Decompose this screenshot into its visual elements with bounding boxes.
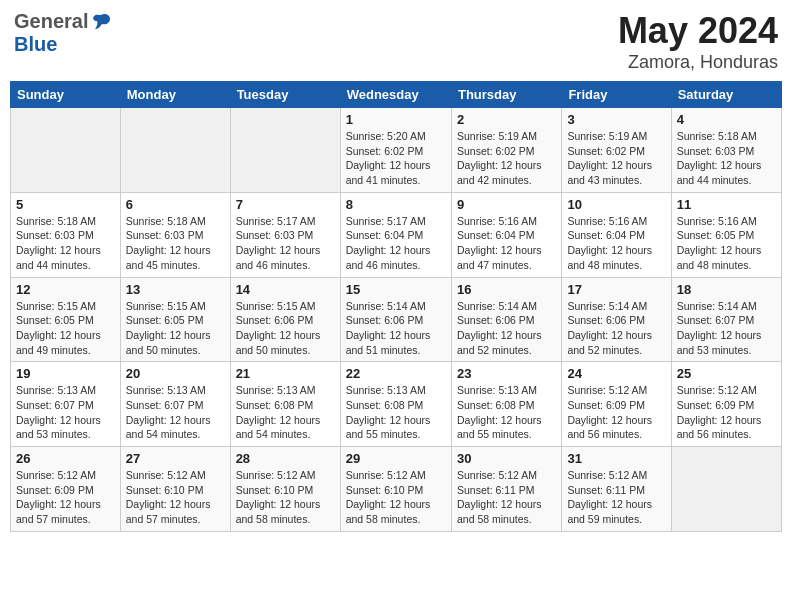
day-info: Sunrise: 5:13 AMSunset: 6:08 PMDaylight:… (457, 383, 556, 442)
day-info: Sunrise: 5:13 AMSunset: 6:07 PMDaylight:… (16, 383, 115, 442)
day-number: 5 (16, 197, 115, 212)
day-number: 22 (346, 366, 446, 381)
day-info: Sunrise: 5:19 AMSunset: 6:02 PMDaylight:… (567, 129, 665, 188)
calendar-cell: 10Sunrise: 5:16 AMSunset: 6:04 PMDayligh… (562, 192, 671, 277)
calendar-cell: 9Sunrise: 5:16 AMSunset: 6:04 PMDaylight… (451, 192, 561, 277)
logo-blue-text: Blue (14, 33, 57, 56)
day-info: Sunrise: 5:16 AMSunset: 6:04 PMDaylight:… (457, 214, 556, 273)
day-number: 13 (126, 282, 225, 297)
calendar-cell: 21Sunrise: 5:13 AMSunset: 6:08 PMDayligh… (230, 362, 340, 447)
day-number: 7 (236, 197, 335, 212)
calendar-cell: 23Sunrise: 5:13 AMSunset: 6:08 PMDayligh… (451, 362, 561, 447)
day-info: Sunrise: 5:16 AMSunset: 6:05 PMDaylight:… (677, 214, 776, 273)
calendar-cell (120, 108, 230, 193)
day-info: Sunrise: 5:12 AMSunset: 6:11 PMDaylight:… (567, 468, 665, 527)
day-info: Sunrise: 5:17 AMSunset: 6:04 PMDaylight:… (346, 214, 446, 273)
day-info: Sunrise: 5:14 AMSunset: 6:07 PMDaylight:… (677, 299, 776, 358)
location-title: Zamora, Honduras (618, 52, 778, 73)
day-number: 24 (567, 366, 665, 381)
day-info: Sunrise: 5:13 AMSunset: 6:08 PMDaylight:… (346, 383, 446, 442)
day-number: 4 (677, 112, 776, 127)
day-info: Sunrise: 5:16 AMSunset: 6:04 PMDaylight:… (567, 214, 665, 273)
title-area: May 2024 Zamora, Honduras (618, 10, 778, 73)
calendar-cell: 6Sunrise: 5:18 AMSunset: 6:03 PMDaylight… (120, 192, 230, 277)
day-info: Sunrise: 5:18 AMSunset: 6:03 PMDaylight:… (126, 214, 225, 273)
day-info: Sunrise: 5:13 AMSunset: 6:08 PMDaylight:… (236, 383, 335, 442)
calendar-cell: 11Sunrise: 5:16 AMSunset: 6:05 PMDayligh… (671, 192, 781, 277)
day-info: Sunrise: 5:19 AMSunset: 6:02 PMDaylight:… (457, 129, 556, 188)
calendar-cell (671, 447, 781, 532)
day-info: Sunrise: 5:12 AMSunset: 6:10 PMDaylight:… (126, 468, 225, 527)
day-number: 3 (567, 112, 665, 127)
calendar-cell: 14Sunrise: 5:15 AMSunset: 6:06 PMDayligh… (230, 277, 340, 362)
day-info: Sunrise: 5:17 AMSunset: 6:03 PMDaylight:… (236, 214, 335, 273)
calendar-cell: 22Sunrise: 5:13 AMSunset: 6:08 PMDayligh… (340, 362, 451, 447)
calendar-cell: 19Sunrise: 5:13 AMSunset: 6:07 PMDayligh… (11, 362, 121, 447)
calendar-week-row: 12Sunrise: 5:15 AMSunset: 6:05 PMDayligh… (11, 277, 782, 362)
day-number: 29 (346, 451, 446, 466)
day-info: Sunrise: 5:12 AMSunset: 6:09 PMDaylight:… (16, 468, 115, 527)
day-info: Sunrise: 5:14 AMSunset: 6:06 PMDaylight:… (457, 299, 556, 358)
month-title: May 2024 (618, 10, 778, 52)
column-header-thursday: Thursday (451, 82, 561, 108)
calendar-week-row: 19Sunrise: 5:13 AMSunset: 6:07 PMDayligh… (11, 362, 782, 447)
day-number: 18 (677, 282, 776, 297)
calendar-cell: 12Sunrise: 5:15 AMSunset: 6:05 PMDayligh… (11, 277, 121, 362)
day-number: 10 (567, 197, 665, 212)
day-info: Sunrise: 5:12 AMSunset: 6:09 PMDaylight:… (677, 383, 776, 442)
calendar-cell (11, 108, 121, 193)
calendar-cell: 8Sunrise: 5:17 AMSunset: 6:04 PMDaylight… (340, 192, 451, 277)
calendar-week-row: 5Sunrise: 5:18 AMSunset: 6:03 PMDaylight… (11, 192, 782, 277)
day-number: 27 (126, 451, 225, 466)
day-info: Sunrise: 5:18 AMSunset: 6:03 PMDaylight:… (16, 214, 115, 273)
logo-bird-icon (90, 11, 112, 33)
day-info: Sunrise: 5:14 AMSunset: 6:06 PMDaylight:… (567, 299, 665, 358)
day-number: 17 (567, 282, 665, 297)
day-info: Sunrise: 5:12 AMSunset: 6:11 PMDaylight:… (457, 468, 556, 527)
day-number: 6 (126, 197, 225, 212)
calendar-cell: 3Sunrise: 5:19 AMSunset: 6:02 PMDaylight… (562, 108, 671, 193)
page-header: General Blue May 2024 Zamora, Honduras (10, 10, 782, 73)
day-info: Sunrise: 5:12 AMSunset: 6:10 PMDaylight:… (236, 468, 335, 527)
day-number: 26 (16, 451, 115, 466)
day-number: 19 (16, 366, 115, 381)
logo: General Blue (14, 10, 112, 56)
day-info: Sunrise: 5:14 AMSunset: 6:06 PMDaylight:… (346, 299, 446, 358)
day-number: 21 (236, 366, 335, 381)
day-number: 25 (677, 366, 776, 381)
calendar-table: SundayMondayTuesdayWednesdayThursdayFrid… (10, 81, 782, 532)
calendar-cell: 1Sunrise: 5:20 AMSunset: 6:02 PMDaylight… (340, 108, 451, 193)
calendar-cell: 18Sunrise: 5:14 AMSunset: 6:07 PMDayligh… (671, 277, 781, 362)
calendar-cell: 28Sunrise: 5:12 AMSunset: 6:10 PMDayligh… (230, 447, 340, 532)
calendar-cell: 24Sunrise: 5:12 AMSunset: 6:09 PMDayligh… (562, 362, 671, 447)
column-header-wednesday: Wednesday (340, 82, 451, 108)
column-header-sunday: Sunday (11, 82, 121, 108)
calendar-cell: 20Sunrise: 5:13 AMSunset: 6:07 PMDayligh… (120, 362, 230, 447)
day-number: 28 (236, 451, 335, 466)
day-number: 11 (677, 197, 776, 212)
day-number: 23 (457, 366, 556, 381)
day-number: 31 (567, 451, 665, 466)
day-number: 8 (346, 197, 446, 212)
calendar-cell: 2Sunrise: 5:19 AMSunset: 6:02 PMDaylight… (451, 108, 561, 193)
day-number: 20 (126, 366, 225, 381)
column-header-monday: Monday (120, 82, 230, 108)
calendar-cell: 30Sunrise: 5:12 AMSunset: 6:11 PMDayligh… (451, 447, 561, 532)
calendar-cell: 16Sunrise: 5:14 AMSunset: 6:06 PMDayligh… (451, 277, 561, 362)
day-number: 12 (16, 282, 115, 297)
day-info: Sunrise: 5:12 AMSunset: 6:10 PMDaylight:… (346, 468, 446, 527)
column-header-saturday: Saturday (671, 82, 781, 108)
calendar-cell: 7Sunrise: 5:17 AMSunset: 6:03 PMDaylight… (230, 192, 340, 277)
calendar-cell: 4Sunrise: 5:18 AMSunset: 6:03 PMDaylight… (671, 108, 781, 193)
calendar-cell: 25Sunrise: 5:12 AMSunset: 6:09 PMDayligh… (671, 362, 781, 447)
day-info: Sunrise: 5:15 AMSunset: 6:05 PMDaylight:… (126, 299, 225, 358)
day-number: 30 (457, 451, 556, 466)
calendar-cell: 15Sunrise: 5:14 AMSunset: 6:06 PMDayligh… (340, 277, 451, 362)
day-info: Sunrise: 5:12 AMSunset: 6:09 PMDaylight:… (567, 383, 665, 442)
calendar-cell (230, 108, 340, 193)
calendar-cell: 26Sunrise: 5:12 AMSunset: 6:09 PMDayligh… (11, 447, 121, 532)
column-header-friday: Friday (562, 82, 671, 108)
calendar-week-row: 1Sunrise: 5:20 AMSunset: 6:02 PMDaylight… (11, 108, 782, 193)
day-info: Sunrise: 5:20 AMSunset: 6:02 PMDaylight:… (346, 129, 446, 188)
calendar-cell: 5Sunrise: 5:18 AMSunset: 6:03 PMDaylight… (11, 192, 121, 277)
